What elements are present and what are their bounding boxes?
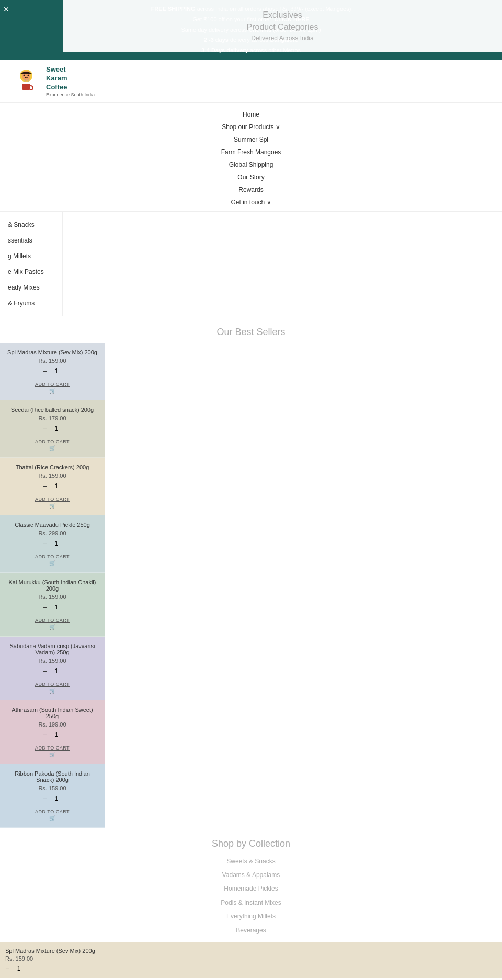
product-card-3: Thattai (Rice Crackers) 200g Rs. 159.00 …: [0, 458, 105, 515]
collection-beverages[interactable]: Beverages: [0, 924, 502, 937]
sidebar-item-snacks[interactable]: & Snacks: [0, 217, 62, 233]
qty-row-3: − 1: [5, 482, 99, 490]
add-to-cart-4[interactable]: ADD TO CART: [35, 554, 70, 559]
add-to-cart-8[interactable]: ADD TO CART: [35, 809, 70, 814]
product-name-8: Ribbon Pakoda (South Indian Snack) 200g: [5, 770, 99, 783]
logo-icon: [10, 68, 42, 94]
dropdown-menu: Exclusives Product Categories Delivered …: [63, 0, 502, 52]
nav-get-in-touch[interactable]: Get in touch ∨: [0, 196, 502, 209]
sidebar-item-essentials[interactable]: ssentials: [0, 233, 62, 248]
product-name-5: Kai Murukku (South Indian Chakli) 200g: [5, 579, 99, 592]
product-price-6: Rs. 159.00: [5, 658, 99, 664]
logo-text-area: Sweet Karam Coffee Experience South Indi…: [46, 65, 95, 97]
product-price-4: Rs. 299.00: [5, 530, 99, 536]
qty-minus-1[interactable]: −: [43, 367, 47, 375]
collection-podis[interactable]: Podis & Instant Mixes: [0, 896, 502, 909]
sidebar-item-fryums[interactable]: & Fryums: [0, 295, 62, 311]
cart-icon-4: 🛒: [5, 560, 99, 566]
add-to-cart-7[interactable]: ADD TO CART: [35, 745, 70, 751]
qty-minus-4[interactable]: −: [43, 539, 47, 548]
product-price-5: Rs. 159.00: [5, 594, 99, 600]
qty-row-1: − 1: [5, 367, 99, 375]
delivered-label: Delivered Across India: [73, 34, 492, 42]
product-card-5: Kai Murukku (South Indian Chakli) 200g R…: [0, 573, 105, 637]
qty-minus-7[interactable]: −: [43, 731, 47, 739]
add-to-cart-3[interactable]: ADD TO CART: [35, 497, 70, 502]
sidebar-item-mix-pastes[interactable]: e Mix Pastes: [0, 264, 62, 280]
product-price-1: Rs. 159.00: [5, 358, 99, 364]
add-to-cart-1[interactable]: ADD TO CART: [35, 382, 70, 387]
full-layout: & Snacks ssentials g Millets e Mix Paste…: [0, 212, 502, 316]
product-name-4: Classic Maavadu Pickle 250g: [5, 522, 99, 528]
navigation: Home Shop our Products ∨ Summer Spl Farm…: [0, 103, 502, 212]
qty-minus-2[interactable]: −: [43, 424, 47, 433]
brand-name: Sweet Karam Coffee: [46, 65, 95, 92]
svg-rect-4: [22, 84, 30, 90]
bottom-qty-val: 1: [14, 965, 24, 972]
nav-shop-products[interactable]: Shop our Products ∨: [0, 121, 502, 133]
qty-row-6: − 1: [5, 667, 99, 675]
bottom-product-name: Spl Madras Mixture (Sev Mix) 200g: [5, 948, 497, 954]
nav-summer-spl[interactable]: Summer Spl: [0, 133, 502, 146]
best-sellers-title: Our Best Sellers: [0, 327, 502, 338]
svg-point-3: [28, 75, 29, 76]
cart-icon-8: 🛒: [5, 815, 99, 821]
nav-global-shipping[interactable]: Global Shipping: [0, 158, 502, 171]
qty-val-7: 1: [51, 731, 62, 739]
product-name-2: Seedai (Rice balled snack) 200g: [5, 407, 99, 413]
cart-icon-1: 🛒: [5, 388, 99, 394]
nav-rewards[interactable]: Rewards: [0, 183, 502, 196]
product-name-3: Thattai (Rice Crackers) 200g: [5, 464, 99, 470]
collection-millets[interactable]: Everything Millets: [0, 909, 502, 923]
qty-val-3: 1: [51, 482, 62, 490]
product-name-6: Sabudana Vadam crisp (Javvarisi Vadam) 2…: [5, 643, 99, 655]
product-card-7: Athirasam (South Indian Sweet) 250g Rs. …: [0, 700, 105, 764]
add-to-cart-2[interactable]: ADD TO CART: [35, 439, 70, 444]
qty-row-4: − 1: [5, 539, 99, 548]
cart-icon-7: 🛒: [5, 752, 99, 757]
bottom-qty-minus[interactable]: −: [5, 964, 9, 973]
shop-by-collection-title: Shop by Collection: [0, 838, 502, 849]
cart-icon-6: 🛒: [5, 688, 99, 694]
qty-minus-3[interactable]: −: [43, 482, 47, 490]
nav-farm-fresh[interactable]: Farm Fresh Mangoes: [0, 146, 502, 158]
product-card-4: Classic Maavadu Pickle 250g Rs. 299.00 −…: [0, 515, 105, 573]
product-card-8: Ribbon Pakoda (South Indian Snack) 200g …: [0, 764, 105, 828]
sidebar-item-ready-mixes[interactable]: eady Mixes: [0, 280, 62, 295]
sidebar: & Snacks ssentials g Millets e Mix Paste…: [0, 212, 63, 316]
product-list: Spl Madras Mixture (Sev Mix) 200g Rs. 15…: [0, 343, 105, 828]
qty-val-4: 1: [51, 540, 62, 547]
product-price-2: Rs. 179.00: [5, 415, 99, 421]
qty-minus-5[interactable]: −: [43, 603, 47, 612]
sidebar-item-millets[interactable]: g Millets: [0, 248, 62, 264]
close-banner-button[interactable]: ✕: [3, 5, 9, 14]
qty-val-2: 1: [51, 425, 62, 432]
nav-our-story[interactable]: Our Story: [0, 171, 502, 183]
add-to-cart-6[interactable]: ADD TO CART: [35, 682, 70, 687]
bottom-product-price: Rs. 159.00: [5, 955, 497, 962]
product-card-6: Sabudana Vadam crisp (Javvarisi Vadam) 2…: [0, 637, 105, 700]
logo-tagline: Experience South India: [46, 92, 95, 97]
collection-vadams[interactable]: Vadams & Appalams: [0, 868, 502, 882]
logo-area: Sweet Karam Coffee Experience South Indi…: [10, 65, 95, 97]
collection-pickles[interactable]: Homemade Pickles: [0, 882, 502, 895]
qty-minus-6[interactable]: −: [43, 667, 47, 675]
qty-row-7: − 1: [5, 731, 99, 739]
product-price-3: Rs. 159.00: [5, 472, 99, 479]
shop-by-collection-section: Shop by Collection Sweets & Snacks Vadam…: [0, 838, 502, 937]
cart-icon-2: 🛒: [5, 445, 99, 451]
add-to-cart-5[interactable]: ADD TO CART: [35, 618, 70, 623]
header: Sweet Karam Coffee Experience South Indi…: [0, 60, 502, 103]
qty-val-1: 1: [51, 367, 62, 375]
qty-minus-8[interactable]: −: [43, 794, 47, 803]
collection-sweets-snacks[interactable]: Sweets & Snacks: [0, 855, 502, 868]
product-name-1: Spl Madras Mixture (Sev Mix) 200g: [5, 349, 99, 355]
collection-list: Sweets & Snacks Vadams & Appalams Homema…: [0, 855, 502, 937]
product-name-7: Athirasam (South Indian Sweet) 250g: [5, 707, 99, 719]
cart-icon-5: 🛒: [5, 624, 99, 630]
nav-home[interactable]: Home: [0, 108, 502, 121]
qty-row-2: − 1: [5, 424, 99, 433]
product-card-1: Spl Madras Mixture (Sev Mix) 200g Rs. 15…: [0, 343, 105, 400]
qty-val-8: 1: [51, 795, 62, 802]
qty-row-5: − 1: [5, 603, 99, 612]
